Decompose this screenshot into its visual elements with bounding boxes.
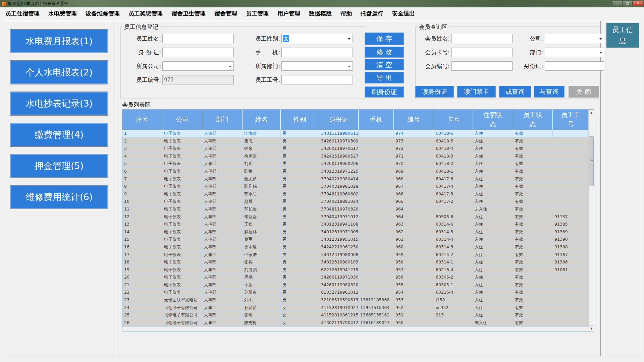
sidebar-button[interactable]: 押金管理(5) bbox=[10, 154, 108, 178]
table-cell: 21 bbox=[122, 281, 162, 289]
chevron-down-icon[interactable] bbox=[348, 38, 351, 40]
table-row[interactable]: 15电子仪表人事部蔡军男3401231995101562...96160314-… bbox=[122, 236, 589, 243]
table-row[interactable]: 23无锡国联华光电站...人事部刘杰男3210851959061318...13… bbox=[122, 296, 589, 304]
table-row[interactable]: 18电子仪表人事部张兵男3401231998010348...95860314-… bbox=[122, 258, 589, 266]
scrollbar-thumb[interactable] bbox=[589, 136, 594, 186]
query-department-combobox[interactable] bbox=[545, 48, 604, 57]
member-number-input[interactable] bbox=[451, 61, 513, 71]
table-row[interactable]: 12电子仪表人事部李磊磊男3704041993101250...96480508… bbox=[122, 213, 589, 221]
sidebar-button[interactable]: 水电抄表记录(3) bbox=[10, 92, 108, 115]
employee-idcard-label: 身 份 证: bbox=[128, 49, 161, 56]
table-row[interactable]: 22电子仪表人事部苏珑奇男6103271996101234...95460216… bbox=[122, 289, 589, 296]
employee-department-combobox[interactable] bbox=[281, 61, 353, 71]
table-cell: 男 bbox=[281, 274, 319, 281]
table-row[interactable]: 13电子仪表人事部王松男3401231994110848...96360314-… bbox=[122, 221, 589, 228]
table-row[interactable]: 1电子仪表人事部江海涛男3401111998061105...97460418-… bbox=[122, 130, 589, 137]
modify-button[interactable]: 修 改 bbox=[365, 47, 404, 58]
menu-item[interactable]: 员工住宿管理 bbox=[1, 10, 44, 17]
table-cell: 男 bbox=[281, 236, 319, 243]
sidebar-button[interactable]: 缴费管理(4) bbox=[10, 123, 108, 146]
minimize-button[interactable]: ─ bbox=[612, 1, 622, 6]
table-cell: 电子仪表 bbox=[162, 130, 202, 137]
employee-info-button[interactable]: 员工信息 bbox=[606, 23, 639, 48]
table-cell bbox=[553, 304, 589, 311]
table-cell: 960 bbox=[394, 243, 434, 251]
table-row[interactable]: 4电子仪表人事部徐家嘉男3424251998052705...97160418-… bbox=[122, 153, 589, 160]
sidebar-button[interactable]: 个人水电报表(2) bbox=[10, 61, 108, 84]
table-cell: 人事部 bbox=[202, 236, 243, 243]
scroll-down-icon[interactable]: ▼ bbox=[589, 325, 594, 331]
table-row[interactable]: 8电子仪表人事部陈凡伟男3704031998102841...96760417-… bbox=[122, 183, 589, 190]
save-button[interactable]: 保 存 bbox=[365, 33, 404, 45]
swipe-idcard-button[interactable]: 刷身份证 bbox=[365, 86, 404, 98]
or-query-button[interactable]: 或查询 bbox=[499, 86, 531, 98]
clear-button[interactable]: 清 空 bbox=[365, 59, 404, 70]
scroll-up-icon[interactable]: ▲ bbox=[589, 110, 594, 115]
query-idcard-input[interactable] bbox=[545, 61, 604, 71]
menu-item[interactable]: 数据模版 bbox=[305, 10, 336, 17]
table-row[interactable]: 7电子仪表人事部聂志超男3704021998041453...96860417-… bbox=[122, 175, 589, 183]
table-cell: 3424251998052705... bbox=[319, 153, 359, 160]
table-cell: 徐家嘉 bbox=[243, 153, 281, 160]
table-row[interactable]: 20电子仪表人事部周斌男3426011997103040...95660305-… bbox=[122, 274, 589, 281]
table-row[interactable]: 21电子仪表人事部干振男3426011998082002...95560305-… bbox=[122, 281, 589, 289]
table-row[interactable]: 26飞翎电子有限公司人事部陈秀梅女4130211979041219...1361… bbox=[122, 319, 589, 327]
menu-item[interactable]: 宿舍管理 bbox=[210, 10, 241, 17]
table-row[interactable]: 19电子仪表人事部刘万鹏男6227261994121530...95760216… bbox=[122, 266, 589, 274]
table-row[interactable]: 24飞翎电子有限公司人事部孙苗苗女4115281991092729...1395… bbox=[122, 304, 589, 312]
query-idcard-label: 身份证: bbox=[521, 62, 543, 70]
chevron-down-icon[interactable] bbox=[229, 66, 231, 67]
table-cell: 有效 bbox=[513, 175, 553, 183]
menu-item[interactable]: 托盘运行 bbox=[356, 10, 388, 17]
chevron-down-icon[interactable] bbox=[348, 66, 351, 67]
and-query-button[interactable]: 与查询 bbox=[534, 86, 565, 98]
menu-item[interactable]: 设备维修管理 bbox=[81, 10, 124, 17]
chevron-down-icon[interactable] bbox=[599, 52, 602, 54]
table-row[interactable]: 14电子仪表人事部赵福林男3401231997100572...96260314… bbox=[122, 228, 589, 236]
employee-name-input[interactable] bbox=[162, 34, 234, 43]
read-idcard-button[interactable]: 读身份证 bbox=[415, 86, 454, 98]
menu-item[interactable]: 员工管理 bbox=[241, 10, 273, 17]
employee-idcard-input[interactable] bbox=[162, 48, 234, 57]
employee-phone-input[interactable] bbox=[281, 48, 353, 57]
table-cell: 有效 bbox=[513, 274, 553, 281]
table-cell: 3704041993101250... bbox=[319, 213, 359, 221]
table-row[interactable]: 2电子仪表人事部袁飞男3426011997030946...97360418-5… bbox=[122, 137, 589, 145]
table-row[interactable]: 5电子仪表人事部刘斯男3426011996020671...97060418-2… bbox=[122, 160, 589, 168]
sidebar-button[interactable]: 维修费用统计(6) bbox=[10, 185, 108, 209]
maximize-button[interactable]: ▢ bbox=[623, 1, 633, 6]
menu-item[interactable]: 宿舍卫生管理 bbox=[167, 10, 210, 17]
table-row[interactable]: 16电子仪表人事部徐本耀男3424221996123052...96060314… bbox=[122, 243, 589, 251]
horizontal-scrollbar[interactable] bbox=[122, 327, 589, 331]
employee-gender-combobox[interactable]: 女 bbox=[281, 34, 353, 43]
member-name-input[interactable] bbox=[451, 34, 513, 43]
menu-item[interactable]: 安全退出 bbox=[388, 10, 419, 17]
close-query-button[interactable]: 关 闭 bbox=[569, 86, 599, 98]
table-row[interactable]: 17电子仪表人事部邵家浩男3401231998090820...95960314… bbox=[122, 251, 589, 259]
menu-item[interactable]: 员工奖惩管理 bbox=[124, 10, 167, 17]
employee-number-label: 员工编号: bbox=[128, 76, 161, 84]
table-row[interactable]: 11电子仪表人事部苏长生男3704811997032038...964未入住有效 bbox=[122, 205, 589, 213]
table-row[interactable]: 9电子仪表人事部苏令防男3704811996060238...96660417-… bbox=[122, 190, 589, 198]
menu-item[interactable]: 帮助 bbox=[336, 10, 356, 17]
table-cell: 有效 bbox=[513, 205, 553, 213]
menu-item[interactable]: 水电费管理 bbox=[44, 10, 81, 17]
member-card-input[interactable] bbox=[451, 48, 513, 57]
query-company-combobox[interactable] bbox=[545, 34, 604, 43]
sidebar-button[interactable]: 水电费月报表(1) bbox=[10, 29, 108, 53]
table-cell: 入住 bbox=[473, 213, 513, 221]
table-cell: 入住 bbox=[473, 137, 513, 145]
read-doorcard-button[interactable]: 读门禁卡 bbox=[457, 86, 496, 98]
table-row[interactable]: 10电子仪表人事部赵辉男3704021988102453...96560417-… bbox=[122, 198, 589, 205]
vertical-scrollbar[interactable]: ▲ ▼ bbox=[588, 110, 594, 331]
table-row[interactable]: 3电子仪表人事部钟泉男3426011997061753...97260418-4… bbox=[122, 145, 589, 153]
employee-department-label: 所属部门: bbox=[240, 62, 280, 70]
export-button[interactable]: 导 出 bbox=[365, 72, 404, 83]
employee-company-combobox[interactable] bbox=[162, 61, 234, 71]
table-row[interactable]: 6电子仪表人事部陈荣男3401231997122516...96960418-1… bbox=[122, 168, 589, 175]
close-button[interactable]: ✕ bbox=[633, 1, 643, 6]
menu-item[interactable]: 用户管理 bbox=[273, 10, 305, 17]
employee-workno-input[interactable] bbox=[281, 75, 353, 84]
chevron-down-icon[interactable] bbox=[599, 38, 602, 40]
table-row[interactable]: 25飞翎电子有限公司人事部张瑞女4115281986121529...13665… bbox=[122, 311, 589, 319]
